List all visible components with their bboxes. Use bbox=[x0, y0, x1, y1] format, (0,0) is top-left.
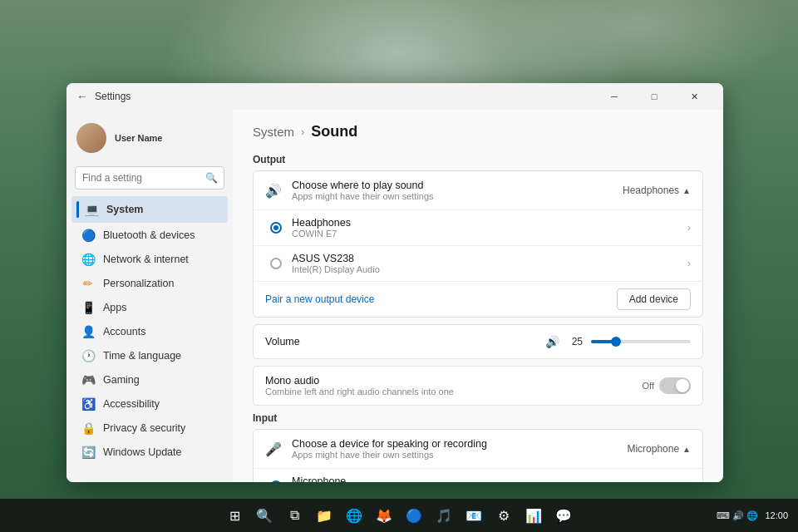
toggle-label: Off bbox=[643, 381, 654, 391]
sidebar-item-time[interactable]: 🕐 Time & language bbox=[71, 344, 228, 367]
mono-toggle[interactable]: Off bbox=[643, 377, 691, 394]
chosen-output-label: Headphones bbox=[623, 185, 679, 196]
sidebar-item-bluetooth[interactable]: 🔵 Bluetooth & devices bbox=[71, 224, 228, 247]
volume-label: Volume bbox=[265, 336, 545, 347]
sidebar-item-privacy[interactable]: 🔒 Privacy & security bbox=[71, 416, 228, 440]
taskbar-right: ⌨ 🔊 🌐 12:00 bbox=[717, 510, 788, 521]
add-output-device-button[interactable]: Add device bbox=[617, 288, 691, 310]
choose-output-value: Headphones ▲ bbox=[623, 185, 691, 196]
volume-row: Volume 🔊 25 bbox=[254, 325, 702, 358]
radio-asus[interactable] bbox=[270, 258, 282, 269]
mono-subtitle: Combine left and right audio channels in… bbox=[265, 387, 643, 397]
start-button[interactable]: ⊞ bbox=[221, 502, 248, 529]
search-taskbar-button[interactable]: 🔍 bbox=[251, 502, 278, 529]
sidebar-item-windows-update[interactable]: 🔄 Windows Update bbox=[71, 441, 228, 464]
sidebar: User Name 🔍 💻 System 🔵 Bluetooth & devic… bbox=[66, 110, 233, 482]
mono-title: Mono audio bbox=[265, 375, 643, 387]
sidebar-item-apps[interactable]: 📱 Apps bbox=[71, 296, 228, 319]
mono-text: Mono audio Combine left and right audio … bbox=[265, 375, 643, 397]
user-profile: User Name bbox=[66, 116, 233, 163]
choose-input-title: Choose a device for speaking or recordin… bbox=[292, 438, 627, 450]
choose-input-text: Choose a device for speaking or recordin… bbox=[292, 438, 627, 460]
sidebar-item-accessibility[interactable]: ♿ Accessibility bbox=[71, 392, 228, 416]
active-indicator bbox=[76, 201, 79, 218]
clock: 12:00 bbox=[765, 510, 788, 520]
privacy-icon: 🔒 bbox=[81, 421, 95, 435]
avatar bbox=[76, 123, 106, 153]
device-headphones-info: Headphones COWIN E7 bbox=[292, 217, 687, 239]
sidebar-item-personalization[interactable]: ✏ Personalization bbox=[71, 272, 228, 295]
window-body: User Name 🔍 💻 System 🔵 Bluetooth & devic… bbox=[66, 110, 723, 482]
device-headphones-name: Headphones bbox=[292, 217, 687, 229]
device-asus-info: ASUS VS238 Intel(R) Display Audio bbox=[292, 253, 687, 274]
mail-button[interactable]: 📧 bbox=[461, 502, 487, 529]
output-device-headphones[interactable]: Headphones COWIN E7 › bbox=[254, 210, 702, 246]
sidebar-item-network[interactable]: 🌐 Network & internet bbox=[71, 248, 228, 271]
main-content: System › Sound Output 🔊 Choose where to … bbox=[233, 110, 723, 482]
choose-input-row[interactable]: 🎤 Choose a device for speaking or record… bbox=[254, 430, 702, 469]
breadcrumb-separator: › bbox=[301, 126, 304, 138]
sidebar-item-accounts[interactable]: 👤 Accounts bbox=[71, 320, 228, 343]
volume-card: Volume 🔊 25 bbox=[253, 324, 703, 359]
volume-value: 25 bbox=[566, 336, 583, 347]
choose-input-subtitle: Apps might have their own settings bbox=[292, 450, 627, 460]
radio-headphones[interactable] bbox=[270, 222, 282, 234]
choose-output-row[interactable]: 🔊 Choose where to play sound Apps might … bbox=[254, 171, 702, 210]
network-icon: 🌐 bbox=[81, 253, 95, 266]
chat-button[interactable]: 💬 bbox=[550, 502, 577, 529]
breadcrumb-system[interactable]: System bbox=[253, 125, 294, 139]
settings-window: ← Settings ─ □ ✕ User Name 🔍 💻 System bbox=[66, 83, 723, 482]
toggle-thumb bbox=[676, 379, 689, 392]
choose-output-title: Choose where to play sound bbox=[292, 180, 623, 191]
system-icon: 💻 bbox=[85, 203, 98, 216]
window-title: Settings bbox=[95, 91, 595, 102]
chevron-right-icon-2: › bbox=[687, 258, 691, 269]
system-tray: ⌨ 🔊 🌐 bbox=[717, 510, 758, 521]
taskbar-icons: ⊞ 🔍 ⧉ 📁 🌐 🦊 🔵 🎵 📧 ⚙ 📊 💬 bbox=[221, 502, 577, 529]
accessibility-icon: ♿ bbox=[81, 397, 95, 411]
output-device-asus[interactable]: ASUS VS238 Intel(R) Display Audio › bbox=[254, 246, 702, 282]
radio-microphone[interactable] bbox=[270, 480, 282, 482]
close-button[interactable]: ✕ bbox=[675, 83, 713, 110]
browser1-button[interactable]: 🌐 bbox=[341, 502, 367, 529]
minimize-button[interactable]: ─ bbox=[595, 83, 633, 110]
sidebar-item-system[interactable]: 💻 System bbox=[71, 196, 228, 223]
personalization-icon: ✏ bbox=[81, 277, 95, 290]
chevron-right-icon: › bbox=[687, 222, 691, 234]
files-button[interactable]: 📁 bbox=[311, 502, 337, 529]
chevron-up-icon-2: ▲ bbox=[682, 445, 691, 454]
toggle-track[interactable] bbox=[659, 377, 691, 394]
input-section-label: Input bbox=[253, 412, 703, 424]
sidebar-item-gaming[interactable]: 🎮 Gaming bbox=[71, 368, 228, 392]
output-section-label: Output bbox=[253, 154, 703, 165]
taskview-button[interactable]: ⧉ bbox=[281, 502, 308, 529]
taskbar: ⊞ 🔍 ⧉ 📁 🌐 🦊 🔵 🎵 📧 ⚙ 📊 💬 ⌨ 🔊 🌐 12:00 bbox=[0, 499, 798, 532]
pair-output-row: Pair a new output device Add device bbox=[254, 282, 702, 317]
search-box: 🔍 bbox=[75, 166, 224, 190]
sidebar-label-gaming: Gaming bbox=[103, 374, 140, 386]
accounts-icon: 👤 bbox=[81, 325, 95, 338]
device-asus-type: Intel(R) Display Audio bbox=[292, 264, 687, 274]
volume-slider[interactable] bbox=[591, 340, 691, 343]
chevron-right-icon-3: › bbox=[687, 480, 691, 482]
browser2-button[interactable]: 🦊 bbox=[371, 502, 397, 529]
sidebar-label-bluetooth: Bluetooth & devices bbox=[103, 229, 195, 241]
input-device-microphone[interactable]: Microphone HD Pro Webcam C920 › bbox=[254, 469, 702, 482]
back-button[interactable]: ← bbox=[76, 90, 88, 103]
chosen-input-label: Microphone bbox=[627, 443, 679, 455]
search-input[interactable] bbox=[75, 166, 224, 190]
excel-button[interactable]: 📊 bbox=[520, 502, 547, 529]
window-controls: ─ □ ✕ bbox=[595, 83, 713, 110]
pair-output-link[interactable]: Pair a new output device bbox=[265, 293, 617, 305]
browser3-button[interactable]: 🔵 bbox=[401, 502, 427, 529]
sidebar-label-accounts: Accounts bbox=[103, 326, 145, 337]
microphone-icon: 🎤 bbox=[265, 441, 282, 457]
title-bar: ← Settings ─ □ ✕ bbox=[66, 83, 723, 110]
music-button[interactable]: 🎵 bbox=[431, 502, 457, 529]
sidebar-label-network: Network & internet bbox=[103, 254, 189, 265]
settings-taskbar-button[interactable]: ⚙ bbox=[490, 502, 517, 529]
sidebar-label-accessibility: Accessibility bbox=[103, 398, 160, 410]
time-icon: 🕐 bbox=[81, 349, 95, 362]
apps-icon: 📱 bbox=[81, 301, 95, 314]
maximize-button[interactable]: □ bbox=[635, 83, 673, 110]
